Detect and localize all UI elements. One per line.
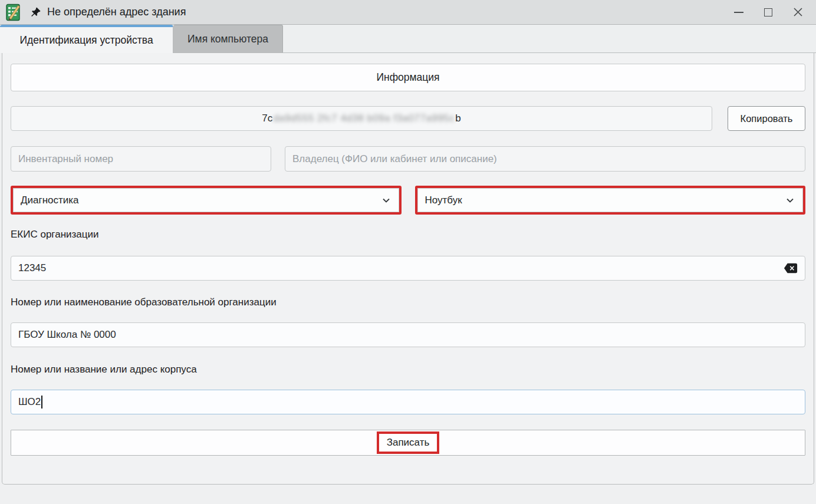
chevron-down-icon: [785, 195, 795, 206]
org-label: Номер или наименование образовательной о…: [11, 297, 805, 308]
purpose-select-value: Диагностика: [21, 195, 79, 206]
information-header-label: Информация: [376, 71, 439, 84]
device-id-suffix: b: [455, 113, 460, 124]
device-type-select[interactable]: Ноутбук: [417, 188, 804, 212]
inventory-owner-row: Инвентарный номер Владелец (ФИО или каби…: [11, 146, 805, 172]
dropdown-row: Диагностика Ноутбук: [11, 186, 805, 215]
purpose-select[interactable]: Диагностика: [13, 188, 399, 212]
tab-computer-name-label: Имя компьютера: [187, 33, 268, 45]
chevron-down-icon: [381, 195, 391, 206]
inventory-number-placeholder: Инвентарный номер: [18, 153, 113, 165]
pin-icon: [29, 6, 41, 18]
text-caret: [41, 396, 42, 409]
save-button[interactable]: Записать: [377, 431, 440, 454]
ekis-label: ЕКИС организации: [11, 229, 805, 241]
copy-button-label: Копировать: [741, 113, 793, 124]
device-id-redacted: da9d555 2fc7 4d38 b09a f3a077a995c: [273, 113, 455, 124]
save-bar: Записать: [11, 430, 805, 456]
tab-device-identification[interactable]: Идентификация устройства: [0, 25, 173, 53]
building-label: Номер или название или адрес корпуса: [11, 364, 805, 375]
device-type-select-highlight: Ноутбук: [415, 186, 806, 215]
window-title: Не определён адрес здания: [47, 6, 186, 18]
close-button[interactable]: [783, 1, 812, 24]
org-input-value: ГБОУ Школа № 0000: [18, 329, 116, 341]
device-id-prefix: 7c: [262, 113, 272, 124]
tab-bar: Идентификация устройства Имя компьютера: [0, 25, 816, 53]
device-id-field: 7c da9d555 2fc7 4d38 b09a f3a077a995c b: [11, 106, 712, 131]
minimize-button[interactable]: [724, 1, 754, 24]
ekis-input-value: 12345: [18, 262, 46, 274]
maximize-button[interactable]: [754, 1, 783, 24]
clear-backspace-icon[interactable]: [784, 262, 798, 274]
app-icon: [6, 4, 21, 21]
owner-placeholder: Владелец (ФИО или кабинет или описание): [292, 153, 497, 165]
title-bar: Не определён адрес здания: [0, 0, 816, 25]
copy-button[interactable]: Копировать: [728, 106, 805, 131]
device-identification-panel: Информация 7c da9d555 2fc7 4d38 b09a f3a…: [2, 53, 814, 485]
close-icon: [793, 7, 803, 17]
app-window: Не определён адрес здания Идентификация …: [0, 0, 816, 504]
building-input[interactable]: ШО2: [11, 390, 805, 414]
window-controls: [724, 1, 812, 24]
information-header-bar: Информация: [11, 64, 805, 91]
save-button-label: Записать: [387, 437, 430, 448]
ekis-input[interactable]: 12345: [11, 256, 805, 281]
building-input-value: ШО2: [18, 396, 41, 408]
device-type-select-value: Ноутбук: [425, 195, 462, 206]
inventory-number-input[interactable]: Инвентарный номер: [11, 146, 271, 172]
owner-input[interactable]: Владелец (ФИО или кабинет или описание): [285, 146, 805, 172]
org-input[interactable]: ГБОУ Школа № 0000: [11, 322, 805, 347]
minimize-icon: [734, 12, 743, 13]
purpose-select-highlight: Диагностика: [11, 186, 402, 215]
device-id-row: 7c da9d555 2fc7 4d38 b09a f3a077a995c b …: [11, 106, 805, 131]
maximize-icon: [764, 8, 772, 17]
tab-computer-name[interactable]: Имя компьютера: [173, 25, 283, 52]
tab-device-identification-label: Идентификация устройства: [19, 34, 153, 47]
